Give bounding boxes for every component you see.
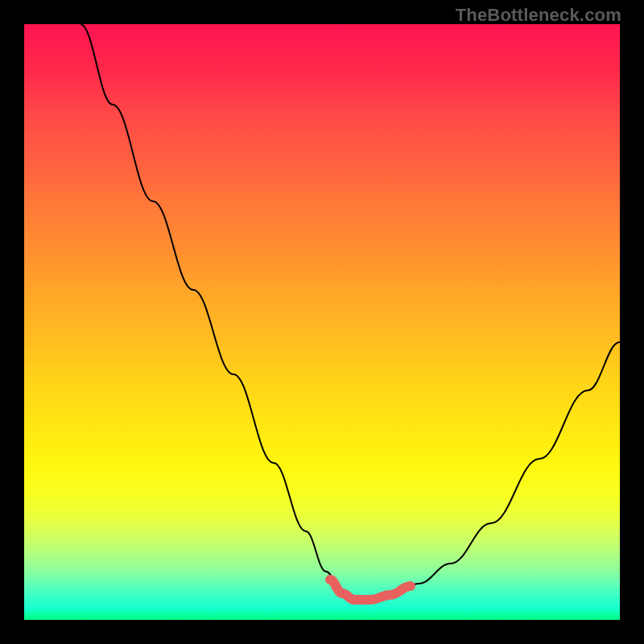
- watermark-text: TheBottleneck.com: [456, 5, 621, 26]
- accent-valley: [330, 580, 411, 600]
- curve-layer: [24, 24, 620, 620]
- chart-container: TheBottleneck.com: [0, 0, 644, 644]
- plot-area: [24, 24, 620, 620]
- bottleneck-curve: [80, 24, 620, 600]
